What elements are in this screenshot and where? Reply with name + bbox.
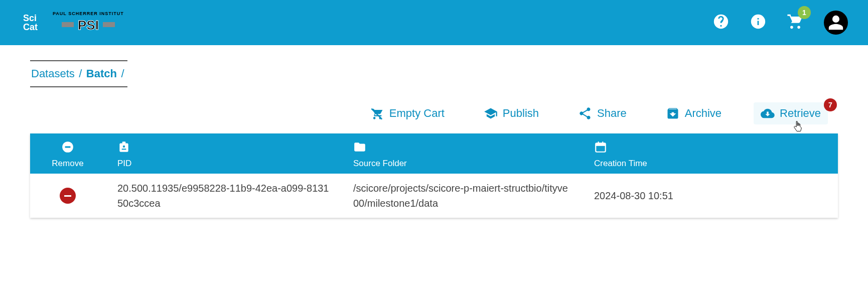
header-actions: 1 [712,11,848,35]
scicat-logo[interactable]: SciCat [20,14,38,32]
remove-cart-icon [370,106,384,120]
cursor-pointer-icon [791,120,805,134]
archive-label: Archive [685,107,721,120]
svg-text:PSI: PSI [78,18,99,33]
share-icon [578,106,592,120]
svg-rect-11 [122,149,126,150]
table-header: Remove PID Source Folder Creation Time [30,133,838,174]
row-time: 2024-08-30 10:51 [582,190,733,202]
svg-rect-15 [602,142,603,144]
breadcrumb-sep: / [79,67,82,80]
cart-badge: 1 [798,6,811,19]
breadcrumb-datasets[interactable]: Datasets [31,67,75,80]
app-header: SciCat PAUL SCHERRER INSTITUT PSI 1 [0,0,868,45]
info-icon[interactable] [750,13,767,32]
th-time[interactable]: Creation Time [582,140,733,169]
empty-cart-button[interactable]: Empty Cart [363,102,452,124]
th-source-label: Source Folder [353,159,407,169]
archive-button[interactable]: Archive [659,102,729,124]
retrieve-label: Retrieve [780,107,821,120]
share-button[interactable]: Share [571,102,634,124]
th-remove: Remove [30,140,105,169]
psi-logo-label: PAUL SCHERRER INSTITUT [53,11,124,16]
svg-rect-13 [596,143,606,146]
svg-rect-3 [103,22,115,27]
psi-logo[interactable]: PAUL SCHERRER INSTITUT PSI [53,11,124,34]
retrieve-button[interactable]: Retrieve 7 [754,102,828,124]
publish-button[interactable]: Publish [477,102,546,124]
folder-icon [353,140,366,154]
svg-rect-14 [598,142,599,144]
th-pid[interactable]: PID [105,140,341,169]
empty-cart-label: Empty Cart [389,107,445,120]
calendar-icon [594,140,607,154]
th-remove-label: Remove [52,159,83,169]
svg-rect-2 [62,22,74,27]
badge-icon [117,140,130,154]
remove-header-icon [61,140,74,154]
row-source: /scicore/projects/scicore-p-maiert-struc… [341,181,582,211]
table-row: 20.500.11935/e9958228-11b9-42ea-a099-813… [30,174,838,218]
breadcrumb-sep: / [121,67,124,80]
th-time-label: Creation Time [594,159,647,169]
share-label: Share [597,107,627,120]
row-remove-cell [30,188,105,204]
publish-icon [484,106,498,120]
th-source[interactable]: Source Folder [341,140,582,169]
svg-rect-9 [122,142,126,144]
batch-table: Remove PID Source Folder Creation Time 2… [30,133,838,218]
remove-row-button[interactable] [60,188,76,204]
svg-point-10 [123,146,125,148]
breadcrumb: Datasets / Batch / [30,60,127,87]
page-content: Datasets / Batch / Empty Cart Publish Sh… [0,45,868,233]
batch-toolbar: Empty Cart Publish Share Archive Retriev… [30,102,838,124]
archive-icon [666,106,680,120]
cart-icon[interactable]: 1 [787,13,804,32]
header-logos: SciCat PAUL SCHERRER INSTITUT PSI [20,11,124,34]
th-pid-label: PID [117,159,131,169]
row-pid[interactable]: 20.500.11935/e9958228-11b9-42ea-a099-813… [105,181,341,211]
publish-label: Publish [503,107,539,120]
avatar[interactable] [824,11,848,35]
retrieve-icon [761,106,775,120]
svg-rect-7 [65,146,71,148]
retrieve-badge: 7 [824,98,837,111]
breadcrumb-batch: Batch [86,67,117,80]
help-icon[interactable] [712,13,730,32]
